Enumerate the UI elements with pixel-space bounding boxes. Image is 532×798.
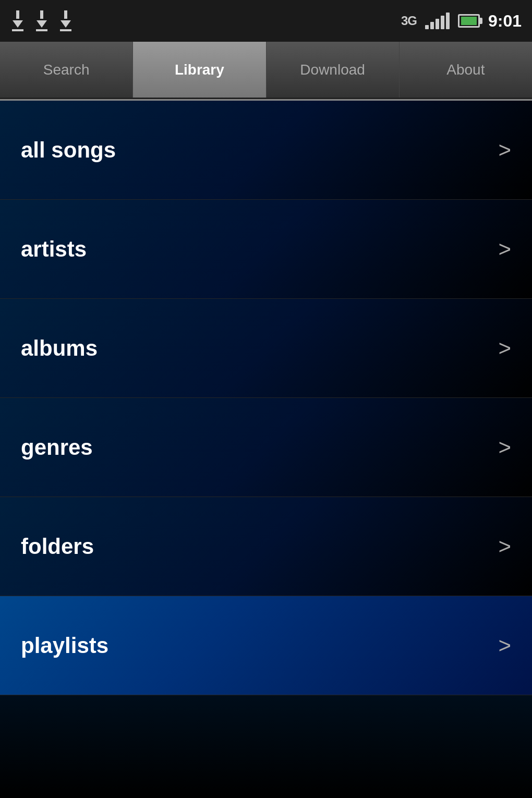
library-list: all songs > artists > albums > genres > …	[0, 101, 532, 695]
status-right: 3G 9:01	[401, 11, 522, 31]
battery-fill	[461, 17, 477, 25]
tab-bar: Search Library Download About	[0, 42, 532, 99]
download-indicator-1	[10, 10, 25, 31]
signal-bars	[425, 13, 450, 29]
chevron-right-icon: >	[498, 435, 511, 460]
chevron-right-icon: >	[498, 138, 511, 163]
tab-library[interactable]: Library	[133, 42, 266, 98]
main-content: all songs > artists > albums > genres > …	[0, 101, 532, 798]
bottom-area	[0, 695, 532, 798]
list-item-artists[interactable]: artists >	[0, 200, 532, 299]
network-signal: 3G	[401, 14, 417, 28]
status-bar: 3G 9:01	[0, 0, 532, 42]
download-indicator-3	[58, 10, 73, 31]
tab-download[interactable]: Download	[267, 42, 400, 98]
status-left	[10, 10, 73, 31]
chevron-right-icon: >	[498, 336, 511, 361]
list-item-playlists[interactable]: playlists >	[0, 596, 532, 695]
list-item-genres[interactable]: genres >	[0, 398, 532, 497]
battery-icon	[458, 14, 480, 28]
status-time: 9:01	[488, 11, 522, 31]
chevron-right-icon: >	[498, 237, 511, 262]
list-item-folders[interactable]: folders >	[0, 497, 532, 596]
list-item-albums[interactable]: albums >	[0, 299, 532, 398]
tab-search[interactable]: Search	[0, 42, 133, 98]
list-item-all-songs[interactable]: all songs >	[0, 101, 532, 200]
tab-about[interactable]: About	[400, 42, 532, 98]
chevron-right-icon: >	[498, 534, 511, 559]
chevron-right-icon: >	[498, 633, 511, 658]
download-indicator-2	[34, 10, 49, 31]
